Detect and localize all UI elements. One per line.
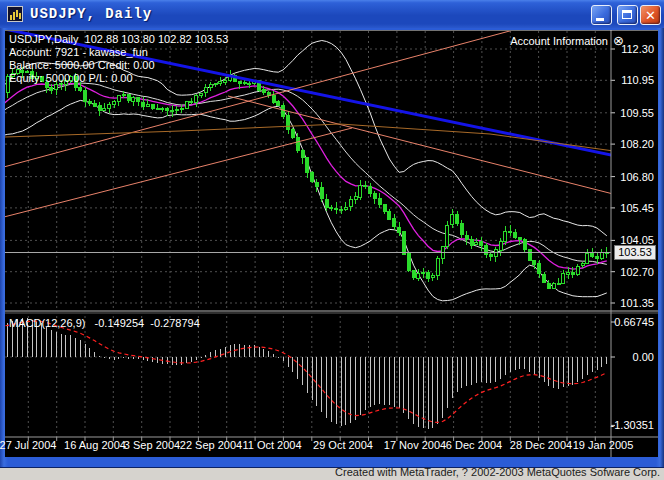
desktop-stage: USDJPY, Daily ✕ USDJPY,Daily 102.88 103.… — [0, 0, 664, 480]
macd-indicator-row: MACD(12,26,9) -0.149254 -0.278794 — [9, 317, 200, 329]
price-axis-label: 108.20 — [594, 138, 654, 150]
date-axis-label: 22 Sep 2004 — [176, 439, 246, 451]
minimize-icon — [596, 18, 604, 21]
metatrader-window: USDJPY, Daily ✕ USDJPY,Daily 102.88 103.… — [0, 0, 664, 468]
macd-axis-label: -1.30351 — [594, 419, 654, 431]
date-axis-label: 6 Dec 2004 — [439, 439, 509, 451]
footer-credit: Created with MetaTrader, ? 2002-2003 Met… — [0, 466, 662, 480]
maximize-button[interactable] — [617, 5, 638, 25]
macd-axis-label: 0.00 — [594, 351, 654, 363]
current-price-badge: 103.53 — [614, 245, 656, 260]
chart-canvas[interactable] — [5, 30, 658, 457]
chart-client-area: USDJPY,Daily 102.88 103.80 102.82 103.53… — [5, 30, 658, 457]
date-axis-label: 11 Oct 2004 — [237, 439, 307, 451]
macd-signal-value: -0.278794 — [150, 317, 200, 329]
date-axis-label: 27 Jul 2004 — [0, 439, 63, 451]
maximize-icon — [622, 10, 632, 19]
date-axis-label: 19 Jan 2005 — [568, 439, 638, 451]
title-bar[interactable]: USDJPY, Daily ✕ — [0, 0, 664, 28]
price-axis-label: 109.55 — [594, 107, 654, 119]
close-icon: ✕ — [641, 7, 660, 24]
price-axis-label: 106.80 — [594, 171, 654, 183]
macd-value: -0.149254 — [95, 317, 145, 329]
price-axis-label: 110.95 — [594, 74, 654, 86]
price-axis-label: 104.05 — [594, 234, 654, 246]
account-number-line: Account: 7921 - kawase_fun — [9, 46, 148, 59]
macd-label: MACD(12,26,9) — [9, 317, 85, 329]
equity-line: Equity: 5000.00 P/L: 0.00 — [9, 72, 133, 85]
minimize-button[interactable] — [591, 5, 612, 25]
macd-axis-label: 0.66745 — [594, 316, 654, 328]
price-axis-label: 112.30 — [594, 43, 654, 55]
close-button[interactable]: ✕ — [640, 5, 661, 25]
balance-line: Balance: 5000.00 Credit: 0.00 — [9, 59, 155, 72]
price-axis-label: 102.70 — [594, 266, 654, 278]
price-axis-label: 101.35 — [594, 297, 654, 309]
quote-info-line: USDJPY,Daily 102.88 103.80 102.82 103.53 — [9, 33, 228, 46]
date-axis-label: 28 Dec 2004 — [506, 439, 576, 451]
price-axis-label: 105.45 — [594, 202, 654, 214]
window-title: USDJPY, Daily — [30, 6, 152, 22]
date-axis-label: 29 Oct 2004 — [308, 439, 378, 451]
chart-icon — [7, 6, 23, 22]
